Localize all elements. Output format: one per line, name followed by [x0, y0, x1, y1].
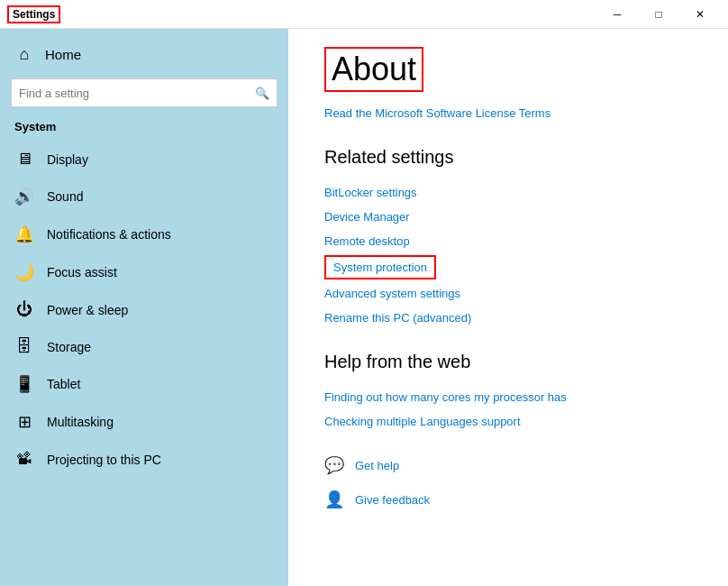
license-link[interactable]: Read the Microsoft Software License Term…: [324, 101, 692, 125]
get-help-item[interactable]: 💬 Get help: [324, 448, 692, 482]
sidebar-item-label: Focus assist: [47, 265, 117, 279]
sidebar-item-multitasking[interactable]: ⊞ Multitasking: [0, 403, 288, 441]
sidebar-item-sound[interactable]: 🔊 Sound: [0, 178, 288, 215]
sidebar-section-title: System: [0, 116, 288, 141]
close-button[interactable]: ✕: [679, 0, 721, 29]
sidebar-item-label: Power & sleep: [47, 303, 128, 317]
multitasking-icon: ⊞: [14, 412, 34, 432]
help-section: Help from the web Finding out how many c…: [324, 352, 692, 434]
main-layout: ⌂ Home 🔍 System 🖥 Display 🔊 Sound 🔔 Noti…: [0, 29, 728, 586]
sidebar-item-label: Sound: [47, 189, 83, 204]
advanced-settings-link[interactable]: Advanced system settings: [324, 281, 692, 306]
content-area: About Read the Microsoft Software Licens…: [288, 29, 728, 586]
give-feedback-item[interactable]: 👤 Give feedback: [324, 482, 692, 517]
sidebar-item-label: Projecting to this PC: [47, 453, 161, 467]
give-feedback-icon: 👤: [324, 490, 344, 509]
system-protection-link[interactable]: System protection: [324, 255, 436, 279]
sound-icon: 🔊: [14, 187, 34, 206]
device-manager-link[interactable]: Device Manager: [324, 205, 692, 229]
minimize-button[interactable]: ─: [596, 0, 638, 29]
display-icon: 🖥: [14, 150, 34, 169]
bitlocker-link[interactable]: BitLocker settings: [324, 180, 692, 205]
sidebar-item-label: Display: [47, 152, 88, 167]
notifications-icon: 🔔: [14, 224, 34, 244]
remote-desktop-link[interactable]: Remote desktop: [324, 229, 692, 253]
help-items: 💬 Get help 👤 Give feedback: [324, 448, 692, 517]
focus-icon: 🌙: [14, 262, 34, 282]
sidebar-item-power[interactable]: ⏻ Power & sleep: [0, 291, 288, 328]
power-icon: ⏻: [14, 300, 34, 319]
sidebar: ⌂ Home 🔍 System 🖥 Display 🔊 Sound 🔔 Noti…: [0, 29, 288, 586]
sidebar-item-label: Multitasking: [47, 415, 114, 429]
search-icon: 🔍: [255, 87, 269, 100]
sidebar-search-box[interactable]: 🔍: [11, 78, 278, 107]
sidebar-item-notifications[interactable]: 🔔 Notifications & actions: [0, 215, 288, 253]
sidebar-item-label: Notifications & actions: [47, 227, 171, 242]
cores-help-link[interactable]: Finding out how many cores my processor …: [324, 385, 692, 409]
window-controls: ─ □ ✕: [596, 0, 721, 29]
sidebar-home-label: Home: [45, 47, 81, 62]
maximize-button[interactable]: □: [638, 0, 679, 29]
sidebar-item-projecting[interactable]: 📽 Projecting to this PC: [0, 441, 288, 478]
rename-pc-link[interactable]: Rename this PC (advanced): [324, 306, 692, 330]
sidebar-item-label: Storage: [47, 340, 91, 354]
sidebar-item-focus[interactable]: 🌙 Focus assist: [0, 253, 288, 291]
sidebar-item-storage[interactable]: 🗄 Storage: [0, 328, 288, 365]
titlebar: Settings ─ □ ✕: [0, 0, 728, 29]
storage-icon: 🗄: [14, 337, 34, 356]
sidebar-item-label: Tablet: [47, 377, 80, 391]
help-heading: Help from the web: [324, 352, 692, 372]
app-title: Settings: [7, 5, 60, 23]
sidebar-item-display[interactable]: 🖥 Display: [0, 141, 288, 178]
get-help-icon: 💬: [324, 455, 344, 475]
sidebar-item-tablet[interactable]: 📱 Tablet: [0, 365, 288, 403]
related-settings-heading: Related settings: [324, 147, 692, 168]
projecting-icon: 📽: [14, 450, 34, 469]
home-icon: ⌂: [14, 45, 34, 64]
give-feedback-label: Give feedback: [355, 493, 430, 507]
search-input[interactable]: [19, 87, 255, 100]
languages-help-link[interactable]: Checking multiple Languages support: [324, 409, 692, 434]
sidebar-item-home[interactable]: ⌂ Home: [0, 36, 288, 73]
tablet-icon: 📱: [14, 374, 34, 394]
get-help-label: Get help: [355, 459, 399, 472]
page-title: About: [324, 47, 423, 92]
